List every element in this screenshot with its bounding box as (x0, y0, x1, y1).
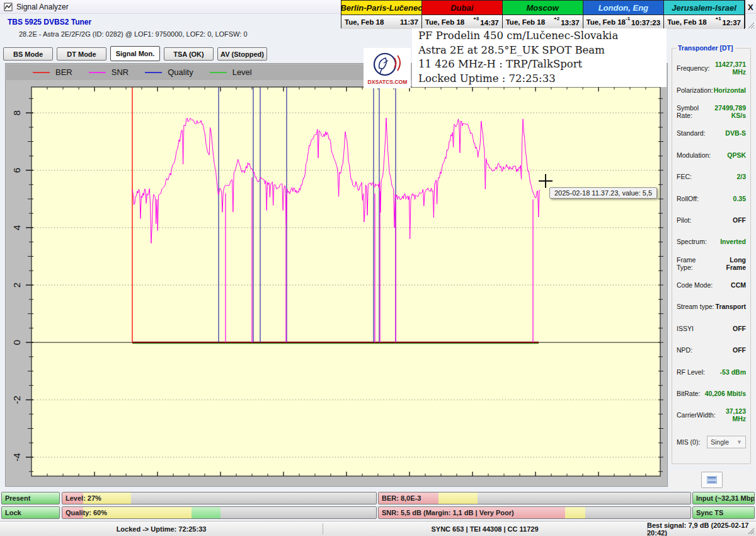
status-bar: Locked -> Uptime: 72:25:33SYNC 653 | TEI… (0, 521, 756, 536)
clock-city-5: Jerusalem-Israel (664, 1, 745, 15)
list-icon (707, 476, 717, 484)
window-resize-grip-icon[interactable] (748, 528, 755, 535)
gauge-segment (192, 507, 220, 518)
field-label: Spectrum: (677, 238, 707, 245)
y-axis-label: 8 (11, 110, 22, 115)
logo-circle (374, 54, 396, 75)
gauge-label: Input (~32,31 Mbps) (696, 492, 755, 504)
gauge-label: Level: 27% (66, 492, 101, 504)
field-value: CCM (731, 281, 746, 289)
field-label: NPD: (677, 346, 692, 354)
y-axis-label: 2 (11, 283, 22, 288)
signal-chart[interactable]: 86420-2-4 (5, 63, 668, 487)
field-value: 11427,371 MHz (710, 61, 746, 76)
transponder-row: Code Mode:CCM (672, 274, 750, 296)
tab-tsa-ok[interactable]: TSA (OK) (164, 47, 214, 61)
field-value: Transport (716, 303, 746, 310)
plot-area[interactable] (32, 87, 660, 476)
field-label: Pilot: (677, 216, 691, 224)
transponder-title: Transponder [DT] (676, 44, 735, 52)
logo-text: DXSATCS.COM (367, 79, 407, 85)
window-title: Signal Analyzer (16, 3, 69, 11)
field-value: OFF (733, 325, 746, 332)
clock-time-1: Tue, Feb 1811:37 (341, 15, 422, 29)
transponder-row: Stream type:Transport (672, 296, 750, 317)
gauge-input-32-31-mbps-: Input (~32,31 Mbps) (692, 492, 755, 504)
annotation-overlay: PF Prodelin 450 cm/Lučenec-SlovakiaAstra… (412, 28, 667, 87)
field-label: Stream type: (677, 303, 714, 310)
transponder-row: RF Level:-53 dBm (672, 361, 750, 382)
transponder-row: FEC:2/3 (672, 166, 750, 187)
statusbar-section-2: SYNC 653 | TEI 44308 | CC 11729 (323, 521, 647, 536)
field-label: Symbol Rate: (677, 104, 708, 119)
transponder-rows: Frequency:11427,371 MHzPolarization:Hori… (672, 57, 750, 452)
field-label: RollOff: (677, 195, 699, 202)
gauge-label: Sync TS (696, 507, 723, 518)
world-clocks-widget: Berlin-Paris-LučenecDubaiMoscowLondon, E… (341, 0, 745, 28)
field-value: OFF (733, 346, 746, 354)
field-label: ISSYI (677, 325, 694, 332)
gauge-snr: SNR: 5,5 dB (Margin: 1,1 dB | Very Poor) (378, 506, 691, 519)
tuner-title: TBS 5925 DVBS2 Tuner (8, 18, 91, 26)
field-value: OFF (733, 216, 746, 224)
gauge-segment (565, 507, 585, 518)
chevron-down-icon: ▼ (736, 439, 742, 445)
gauge-present: Present (1, 492, 60, 504)
gauge-ber: BER: 8,0E-3 (378, 492, 691, 504)
gauge-quality: Quality: 60% (62, 506, 377, 519)
field-value: 40,206 Mbit/s (705, 390, 746, 397)
field-label: Code Mode: (677, 281, 713, 289)
transponder-row: Symbol Rate:27499,789 KS/s (672, 101, 750, 122)
field-value: 37,123 MHz (716, 407, 746, 422)
y-axis-label: 4 (11, 225, 22, 230)
annotation-line-4: Locked Uptime : 72:25:33 (418, 72, 660, 86)
statusbar-divider (323, 523, 323, 535)
transponder-row: BitRate:40,206 Mbit/s (672, 383, 750, 404)
field-label: Polarization: (677, 86, 713, 94)
field-label: Frame Type: (677, 256, 711, 271)
transponder-row: CarrierWidth:37,123 MHz (672, 404, 750, 426)
transponder-row: RollOff:0.35 (672, 187, 750, 209)
stream-list-button[interactable] (701, 472, 723, 488)
tab-dt-mode[interactable]: DT Mode (57, 47, 106, 61)
tab-av-stopped[interactable]: AV (Stopped) (217, 47, 267, 61)
field-value: 0.35 (733, 195, 746, 202)
gauge-label: Lock (5, 507, 21, 518)
field-value: Horizontal (714, 86, 746, 94)
mode-tabs: BS ModeDT ModeSignal Mon.TSA (OK)AV (Sto… (3, 47, 267, 61)
mis-dropdown[interactable]: Single▼ (707, 436, 746, 448)
gauge-label: SNR: 5,5 dB (Margin: 1,1 dB | Very Poor) (382, 507, 514, 518)
field-label: FEC: (677, 173, 692, 180)
chart-tooltip: 2025-02-18 11.37.23, value: 5,5 (549, 187, 657, 199)
transponder-row: Standard:DVB-S (672, 122, 750, 144)
dxsatcs-logo: DXSATCS.COM (364, 48, 411, 88)
mis-label: MIS (0): (677, 438, 700, 446)
gauge-label: BER: 8,0E-3 (382, 492, 421, 504)
clock-time-5: Tue, Feb 18+112:37 (664, 15, 745, 29)
clock-time-2: Tue, Feb 18+314:37 (422, 15, 503, 29)
field-value: Long Frame (711, 256, 746, 271)
annotation-line-1: PF Prodelin 450 cm/Lučenec-Slovakia (418, 29, 660, 44)
y-axis-label: 0 (11, 340, 22, 345)
clock-city-3: Moscow (503, 1, 583, 15)
tab-bs-mode[interactable]: BS Mode (3, 47, 53, 61)
field-value: 27499,789 KS/s (708, 104, 746, 119)
field-value: DVB-S (725, 129, 746, 137)
statusbar-section-3: Best signal: 7,9 dB (2025-02-17 20:42) (647, 521, 756, 536)
gauge-label: Present (5, 492, 30, 504)
transponder-row: Modulation:QPSK (672, 144, 750, 166)
annotation-line-2: Astra 2E at 28.5°E_UK SPOT Beam (418, 44, 660, 58)
y-axis-label: 6 (11, 168, 22, 173)
transponder-row: Spectrum:Inverted (672, 231, 750, 252)
resize-grip-icon[interactable] (747, 21, 755, 29)
clock-city-2: Dubai (422, 1, 503, 15)
gauge-label: Quality: 60% (66, 507, 107, 518)
field-value: 2/3 (736, 173, 746, 180)
close-icon[interactable]: X (748, 3, 753, 12)
transponder-row: Pilot:OFF (672, 209, 750, 231)
y-axis-label: -4 (11, 453, 22, 461)
tab-signal-mon[interactable]: Signal Mon. (110, 46, 160, 61)
transponder-row: Polarization:Horizontal (672, 79, 750, 100)
transponder-row: Frame Type:Long Frame (672, 253, 750, 274)
gauge-segment (438, 492, 478, 504)
